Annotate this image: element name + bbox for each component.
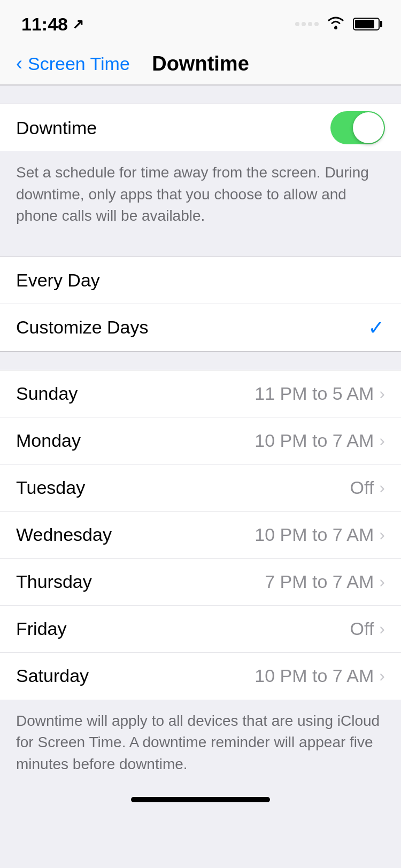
status-icons bbox=[295, 15, 380, 34]
footer-note: Downtime will apply to all devices that … bbox=[0, 700, 401, 786]
description-text: Set a schedule for time away from the sc… bbox=[16, 164, 369, 224]
days-section: Sunday 11 PM to 5 AM › Monday 10 PM to 7… bbox=[0, 370, 401, 700]
table-row[interactable]: Sunday 11 PM to 5 AM › bbox=[0, 370, 401, 417]
location-arrow-icon: ↗ bbox=[72, 16, 84, 33]
checkmark-icon: ✓ bbox=[368, 316, 385, 339]
page-title: Downtime bbox=[152, 52, 249, 75]
table-row[interactable]: Wednesday 10 PM to 7 AM › bbox=[0, 511, 401, 559]
table-row[interactable]: Thursday 7 PM to 7 AM › bbox=[0, 559, 401, 606]
every-day-label: Every Day bbox=[16, 270, 385, 291]
home-indicator bbox=[0, 786, 401, 811]
signal-icon bbox=[295, 22, 319, 26]
every-day-row[interactable]: Every Day bbox=[0, 257, 401, 304]
chevron-right-icon: › bbox=[379, 525, 385, 545]
schedule-section: Every Day Customize Days ✓ bbox=[0, 257, 401, 351]
footer-note-text: Downtime will apply to all devices that … bbox=[16, 712, 380, 772]
nav-bar: ‹ Screen Time Downtime bbox=[0, 43, 401, 85]
section-gap-schedule bbox=[0, 238, 401, 257]
downtime-toggle-row: Downtime bbox=[0, 104, 401, 151]
home-bar[interactable] bbox=[131, 797, 270, 802]
downtime-description: Set a schedule for time away from the sc… bbox=[0, 151, 401, 238]
status-bar: 11:48 ↗ bbox=[0, 0, 401, 43]
back-label: Screen Time bbox=[28, 53, 130, 74]
downtime-label: Downtime bbox=[16, 118, 330, 138]
chevron-right-icon: › bbox=[379, 619, 385, 639]
battery-icon bbox=[353, 18, 380, 30]
section-gap-days bbox=[0, 351, 401, 370]
downtime-toggle-section: Downtime bbox=[0, 104, 401, 151]
customize-days-label: Customize Days bbox=[16, 317, 368, 338]
wifi-icon bbox=[326, 15, 345, 34]
back-button[interactable]: ‹ Screen Time bbox=[16, 52, 130, 75]
table-row[interactable]: Monday 10 PM to 7 AM › bbox=[0, 417, 401, 464]
customize-days-row[interactable]: Customize Days ✓ bbox=[0, 304, 401, 351]
table-row[interactable]: Saturday 10 PM to 7 AM › bbox=[0, 653, 401, 700]
section-gap-top bbox=[0, 85, 401, 104]
table-row[interactable]: Tuesday Off › bbox=[0, 464, 401, 511]
svg-point-0 bbox=[334, 26, 337, 29]
chevron-right-icon: › bbox=[379, 666, 385, 686]
back-chevron-icon: ‹ bbox=[16, 52, 22, 75]
time-display: 11:48 bbox=[21, 14, 68, 35]
chevron-right-icon: › bbox=[379, 431, 385, 451]
downtime-toggle[interactable] bbox=[330, 111, 385, 144]
status-time: 11:48 ↗ bbox=[21, 14, 84, 35]
chevron-right-icon: › bbox=[379, 572, 385, 592]
chevron-right-icon: › bbox=[379, 384, 385, 404]
table-row[interactable]: Friday Off › bbox=[0, 606, 401, 653]
toggle-knob bbox=[353, 112, 384, 143]
chevron-right-icon: › bbox=[379, 478, 385, 498]
